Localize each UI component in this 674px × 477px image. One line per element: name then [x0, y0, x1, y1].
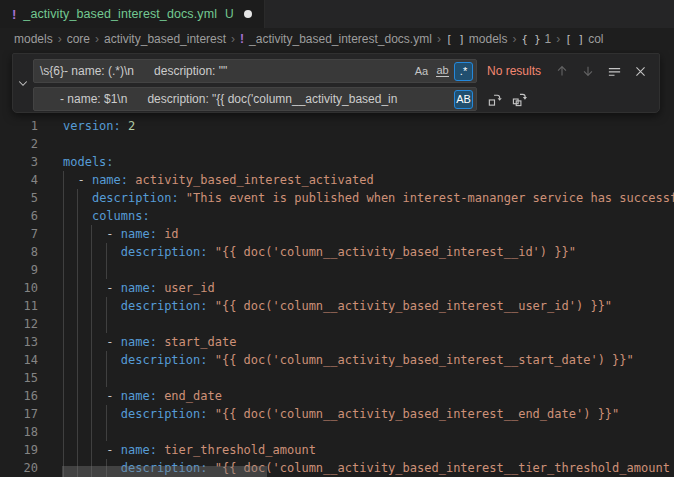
- indent-guide: [77, 261, 78, 279]
- replace-row: - name: $1\n description: "{{ doc('colum…: [33, 87, 659, 111]
- breadcrumb-item-core[interactable]: core: [67, 32, 90, 46]
- line-number: 19: [0, 441, 38, 459]
- indent-guide: [63, 261, 64, 279]
- breadcrumb-item-models[interactable]: [ ]models: [446, 32, 508, 46]
- code-text: description: "{{ doc('column__activity_b…: [63, 243, 576, 261]
- line-number: 2: [0, 135, 38, 153]
- regex-button[interactable]: .*: [454, 62, 473, 81]
- code-line-6[interactable]: 6 columns:: [0, 207, 674, 225]
- arrow-down-icon: [581, 64, 595, 78]
- breadcrumb-label: 1: [545, 32, 552, 46]
- line-number: 12: [0, 315, 38, 333]
- close-find-button[interactable]: [630, 60, 650, 82]
- find-input[interactable]: \s{6}- name: (.*)\n description: "" Aa a…: [33, 59, 477, 83]
- code-line-5[interactable]: 5 description: "This event is published …: [0, 189, 674, 207]
- code-line-16[interactable]: 16 - name: end_date: [0, 387, 674, 405]
- code-text: - name: end_date: [63, 387, 222, 405]
- previous-match-button[interactable]: [552, 60, 572, 82]
- find-in-selection-button[interactable]: [604, 60, 624, 82]
- arrow-up-icon: [555, 64, 569, 78]
- line-number: 13: [0, 333, 38, 351]
- line-number: 18: [0, 423, 38, 441]
- find-replace-widget: \s{6}- name: (.*)\n description: "" Aa a…: [12, 53, 660, 113]
- line-number: 20: [0, 459, 38, 477]
- code-line-8[interactable]: 8 description: "{{ doc('column__activity…: [0, 243, 674, 261]
- replace-all-button[interactable]: [509, 88, 529, 110]
- breadcrumb-item-1[interactable]: { }1: [522, 32, 552, 46]
- breadcrumb-item-models[interactable]: models: [14, 32, 53, 46]
- editor-pane[interactable]: 1version: 223models:4 - name: activity_b…: [0, 50, 674, 477]
- vscode-window: ! _activity_based_interest_docs.yml U mo…: [0, 0, 674, 477]
- breadcrumb-item-_activity_based_interest_docs.yml[interactable]: !_activity_based_interest_docs.yml: [240, 32, 432, 46]
- code-text: version: 2: [63, 117, 135, 135]
- code-line-11[interactable]: 11 description: "{{ doc('column__activit…: [0, 297, 674, 315]
- code-text: description: "{{ doc('column__activity_b…: [63, 297, 612, 315]
- breadcrumb-separator: ›: [551, 32, 565, 46]
- code-line-3[interactable]: 3models:: [0, 153, 674, 171]
- code-line-19[interactable]: 19 - name: tier_threshold_amount: [0, 441, 674, 459]
- indent-guide: [63, 369, 64, 387]
- breadcrumb-label: _activity_based_interest_docs.yml: [249, 32, 432, 46]
- replace-button[interactable]: [484, 88, 504, 110]
- array-symbol-icon: [ ]: [565, 33, 584, 45]
- line-number: 5: [0, 189, 38, 207]
- breadcrumb-item-col[interactable]: [ ]col: [565, 32, 603, 46]
- preserve-case-button[interactable]: AB: [454, 90, 473, 109]
- line-number: 4: [0, 171, 38, 189]
- tab-bar: ! _activity_based_interest_docs.yml U: [0, 0, 674, 28]
- breadcrumb-separator: ›: [90, 32, 104, 46]
- line-number: 11: [0, 297, 38, 315]
- next-match-button[interactable]: [578, 60, 598, 82]
- code-line-13[interactable]: 13 - name: start_date: [0, 333, 674, 351]
- yaml-file-icon: !: [240, 32, 244, 46]
- code-line-4[interactable]: 4 - name: activity_based_interest_activa…: [0, 171, 674, 189]
- code-line-17[interactable]: 17 description: "{{ doc('column__activit…: [0, 405, 674, 423]
- code-line-7[interactable]: 7 - name: id: [0, 225, 674, 243]
- find-status: No results: [487, 64, 541, 78]
- line-number: 14: [0, 351, 38, 369]
- code-line-15[interactable]: 15: [0, 369, 674, 387]
- code-text: description: "{{ doc('column__activity_b…: [63, 351, 634, 369]
- breadcrumb-label: col: [588, 32, 603, 46]
- line-number: 9: [0, 261, 38, 279]
- line-number: 8: [0, 243, 38, 261]
- indent-guide: [91, 261, 92, 279]
- toggle-replace-button[interactable]: [13, 54, 33, 112]
- code-line-14[interactable]: 14 description: "{{ doc('column__activit…: [0, 351, 674, 369]
- chevron-down-icon: [17, 77, 29, 89]
- git-status-badge: U: [225, 7, 234, 21]
- array-symbol-icon: [ ]: [446, 33, 465, 45]
- close-icon: [634, 65, 647, 78]
- line-number: 17: [0, 405, 38, 423]
- replace-input-value: - name: $1\n description: "{{ doc('colum…: [34, 92, 454, 106]
- indent-guide: [77, 315, 78, 333]
- breadcrumb-separator: ›: [508, 32, 522, 46]
- breadcrumb-item-activity_based_interest[interactable]: activity_based_interest: [104, 32, 226, 46]
- code-line-9[interactable]: 9: [0, 261, 674, 279]
- breadcrumb-separator: ›: [226, 32, 240, 46]
- breadcrumb-label: models: [469, 32, 508, 46]
- code-text: - name: tier_threshold_amount: [63, 441, 316, 459]
- selection-lines-icon: [607, 64, 622, 79]
- indent-guide: [77, 423, 78, 441]
- breadcrumb-separator: ›: [53, 32, 67, 46]
- tab-filename: _activity_based_interest_docs.yml: [23, 7, 217, 21]
- breadcrumb-label: core: [67, 32, 90, 46]
- code-line-18[interactable]: 18: [0, 423, 674, 441]
- indent-guide: [77, 369, 78, 387]
- code-line-10[interactable]: 10 - name: user_id: [0, 279, 674, 297]
- horizontal-scrollbar[interactable]: [62, 466, 267, 477]
- whole-word-button[interactable]: ab: [433, 62, 452, 81]
- tab-activity-based-interest-docs-yml[interactable]: ! _activity_based_interest_docs.yml U: [0, 0, 265, 28]
- code-line-2[interactable]: 2: [0, 135, 674, 153]
- replace-input[interactable]: - name: $1\n description: "{{ doc('colum…: [33, 87, 477, 111]
- match-case-button[interactable]: Aa: [412, 62, 431, 81]
- indent-guide: [91, 423, 92, 441]
- modified-indicator-dot[interactable]: [244, 10, 252, 18]
- code-lines: 1version: 223models:4 - name: activity_b…: [0, 117, 674, 477]
- code-line-12[interactable]: 12: [0, 315, 674, 333]
- yaml-file-icon: !: [12, 7, 16, 22]
- code-text: models:: [63, 153, 114, 171]
- code-line-1[interactable]: 1version: 2: [0, 117, 674, 135]
- line-number: 3: [0, 153, 38, 171]
